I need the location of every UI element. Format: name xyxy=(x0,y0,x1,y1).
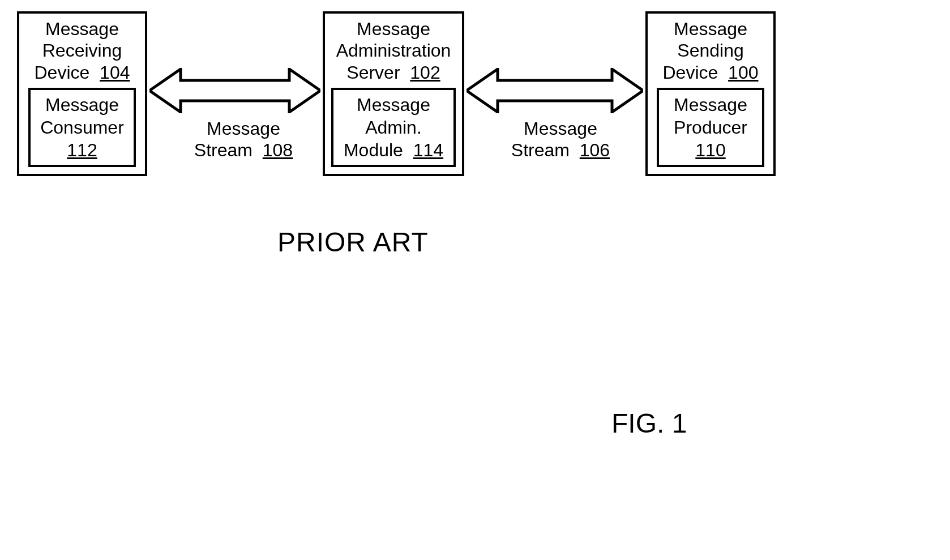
arrow-right-label-line1: Message xyxy=(498,118,623,139)
box-message-sending-device: Message Sending Device 100 Message Produ… xyxy=(645,11,776,176)
arrow-right-label-line2-text: Stream xyxy=(511,140,570,160)
box-mid-line3: Server 102 xyxy=(331,62,456,83)
box-left-ref: 104 xyxy=(100,62,130,83)
box-mid-line2: Administration xyxy=(331,40,456,61)
inner-box-message-producer: Message Producer 110 xyxy=(657,88,764,167)
arrow-right-ref: 106 xyxy=(580,140,610,160)
box-right-line2: Sending xyxy=(653,40,768,61)
double-arrow-right xyxy=(467,68,643,113)
svg-marker-1 xyxy=(467,69,643,112)
box-right-line3-text: Device xyxy=(663,62,718,83)
arrow-left-label: Message Stream 108 xyxy=(181,118,306,161)
inner-box-message-consumer: Message Consumer 112 xyxy=(28,88,136,167)
box-mid-line3-text: Server xyxy=(346,62,400,83)
double-arrow-right-icon xyxy=(467,68,643,113)
box-right-line3: Device 100 xyxy=(653,62,768,83)
inner-mid-line2: Admin. xyxy=(338,116,449,139)
box-left-line3: Device 104 xyxy=(25,62,139,83)
inner-mid-line1: Message xyxy=(338,93,449,116)
arrow-left-ref: 108 xyxy=(263,140,293,160)
inner-right-ref: 110 xyxy=(695,140,725,160)
box-left-line3-text: Device xyxy=(35,62,90,83)
arrow-left-label-line1: Message xyxy=(181,118,306,139)
inner-mid-line3: Module 114 xyxy=(338,139,449,161)
box-left-line2: Receiving xyxy=(25,40,139,61)
box-right-line1: Message xyxy=(653,18,768,40)
inner-left-line2: Consumer xyxy=(35,116,129,139)
double-arrow-left xyxy=(149,68,320,113)
inner-left-line1: Message xyxy=(35,93,129,116)
arrow-right-label: Message Stream 106 xyxy=(498,118,623,161)
box-right-ref: 100 xyxy=(728,62,758,83)
inner-mid-line3-text: Module xyxy=(344,140,403,160)
inner-left-ref: 112 xyxy=(67,140,97,160)
box-mid-ref: 102 xyxy=(410,62,440,83)
box-left-line1: Message xyxy=(25,18,139,40)
inner-right-line2: Producer xyxy=(664,116,758,139)
caption-prior-art: PRIOR ART xyxy=(277,226,429,258)
diagram-canvas: Message Receiving Device 104 Message Con… xyxy=(11,11,832,464)
box-message-receiving-device: Message Receiving Device 104 Message Con… xyxy=(17,11,147,176)
figure-label: FIG. 1 xyxy=(611,408,687,439)
inner-mid-ref: 114 xyxy=(413,140,443,160)
double-arrow-left-icon xyxy=(149,68,320,113)
svg-marker-0 xyxy=(149,69,320,112)
inner-box-message-admin-module: Message Admin. Module 114 xyxy=(331,88,456,167)
box-message-admin-server: Message Administration Server 102 Messag… xyxy=(323,11,464,176)
inner-right-line1: Message xyxy=(664,93,758,116)
box-mid-line1: Message xyxy=(331,18,456,40)
arrow-left-label-line2-text: Stream xyxy=(194,140,253,160)
